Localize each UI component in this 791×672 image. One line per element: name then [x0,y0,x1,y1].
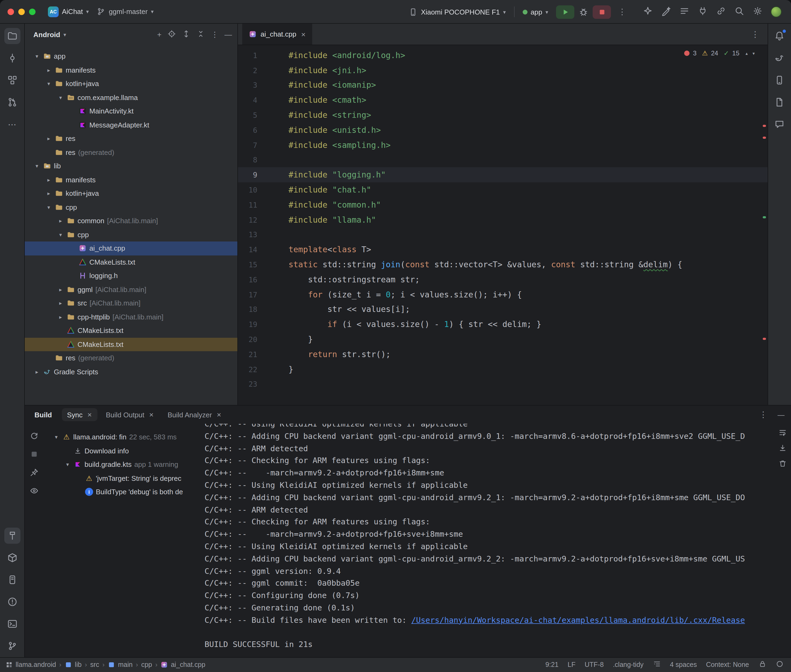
run-button[interactable] [556,5,574,19]
breadcrumb-src[interactable]: src [90,661,99,669]
view-options-button[interactable] [679,6,689,18]
device-selector[interactable]: Xiaomi POCOPHONE F1 ▾ [405,5,510,19]
structure-tool-button[interactable] [4,72,20,88]
code-line-8[interactable]: 8 [238,152,767,168]
chevron-down-icon[interactable]: ▾ [53,434,60,440]
tree-item-src[interactable]: ▸src[AiChat.lib.main] [25,296,237,310]
hide-panel-button[interactable]: — [225,30,232,39]
code-line-13[interactable]: 13 [238,227,767,242]
file-encoding-widget[interactable]: UTF-8 [584,661,604,669]
caret-position-widget[interactable]: 9:21 [545,661,558,669]
version-control-tool-button[interactable] [4,638,20,654]
next-problem-button[interactable]: ▼ [752,51,756,55]
close-tab-button[interactable]: × [87,410,92,419]
hide-build-panel-button[interactable]: — [778,411,785,419]
close-tab-button[interactable]: × [149,410,153,419]
code-line-6[interactable]: 6#include <unistd.h> [238,123,767,138]
editor-tab-ai-chat-cpp[interactable]: ai_chat.cpp × [242,24,312,45]
ai-assistant-tool-button[interactable] [771,116,788,132]
tree-item-cmakelists-txt[interactable]: CMakeLists.txt [25,324,237,338]
build-tool-button[interactable] [4,528,20,544]
gradle-tool-button[interactable] [771,50,788,66]
chevron-down-icon[interactable]: ▾ [57,94,64,101]
build-tab-build-output[interactable]: Build Output× [100,408,159,421]
tree-item-ggml[interactable]: ▸ggml[AiChat.lib.main] [25,283,237,296]
code-line-10[interactable]: 10#include "chat.h" [238,182,767,197]
ai-edit-button[interactable] [661,6,671,18]
tree-item-cpp-httplib[interactable]: ▸cpp-httplib[AiChat.lib.main] [25,310,237,324]
inspections-status-icon[interactable] [775,660,783,670]
tree-item-llama-android-fin[interactable]: ▾⚠llama.android: fin22 sec, 583 ms [43,430,205,444]
tree-item-buildtype-debug-is-both-de[interactable]: iBuildType 'debug' is both de [43,485,205,499]
build-console[interactable]: C/C++: -- Using KleidiAI optimized kerne… [205,424,770,657]
code-line-7[interactable]: 7#include <sampling.h> [238,138,767,153]
run-configuration-selector[interactable]: app ▾ [519,6,552,18]
ai-actions-button[interactable] [642,6,653,18]
tree-item-lib[interactable]: ▾lib [25,159,237,173]
sync-refresh-button[interactable] [29,431,39,442]
project-selector[interactable]: AC AiChat ▾ [44,4,93,19]
build-options-button[interactable]: ⋮ [757,410,770,419]
tree-item-cpp[interactable]: ▾cpp [25,200,237,214]
tree-item-ai-chat-cpp[interactable]: ai_chat.cpp [25,242,237,255]
breadcrumb-llama-android[interactable]: llama.android [5,661,56,669]
locate-file-button[interactable] [167,29,176,40]
tree-item-res[interactable]: res(generated) [25,351,237,365]
tree-item-kotlin-java[interactable]: ▸kotlin+java [25,187,237,200]
code-line-16[interactable]: 16 std::ostringstream str; [238,272,767,287]
schema-context-widget[interactable]: Context: None [706,661,749,669]
code-line-15[interactable]: 15static std::string join(const std::vec… [238,257,767,272]
close-tab-button[interactable]: × [301,30,305,38]
chevron-right-icon[interactable]: ▸ [57,314,64,320]
more-options-button[interactable]: ⋮ [211,30,218,39]
tree-item-logging-h[interactable]: logging.h [25,269,237,283]
tree-item-cmakelists-txt[interactable]: CMakeLists.txt [25,255,237,269]
minimize-window-button[interactable] [18,8,25,15]
breadcrumb-cpp[interactable]: cpp [141,661,152,669]
tree-item-cpp[interactable]: ▾cpp [25,228,237,242]
commit-tool-button[interactable] [4,50,20,66]
notifications-tool-button[interactable] [771,28,788,44]
debug-button[interactable] [579,7,589,17]
pull-requests-tool-button[interactable] [4,94,20,110]
tree-item-common[interactable]: ▸common[AiChat.lib.main] [25,214,237,228]
chevron-down-icon[interactable]: ▾ [45,204,52,210]
plugins-button[interactable] [697,6,708,18]
pin-tab-button[interactable] [29,468,39,478]
project-tool-button[interactable] [4,28,20,44]
more-tool-windows-tool-button[interactable]: ⋯ [4,116,20,132]
tree-item-mainactivity-kt[interactable]: MainActivity.kt [25,104,237,118]
chevron-down-icon[interactable]: ▾ [45,81,52,87]
vcs-branch-selector[interactable]: ggml-master ▾ [93,5,157,18]
scroll-to-end-button[interactable] [778,444,787,454]
tree-item-build-gradle-kts[interactable]: ▾build.gradle.ktsapp 1 warning [43,458,205,471]
previous-problem-button[interactable]: ▲ [745,51,748,55]
tree-item-manifests[interactable]: ▸manifests [25,63,237,77]
collapse-all-button[interactable] [196,29,205,40]
zoom-window-button[interactable] [29,8,35,15]
search-everywhere-button[interactable] [734,6,744,18]
close-window-button[interactable] [8,8,14,15]
console-file-link[interactable]: /Users/hanyin/Workspace/ai-chat/examples… [411,616,745,624]
code-line-5[interactable]: 5#include <string> [238,107,767,123]
code-line-11[interactable]: 11#include "common.h" [238,197,767,213]
stripe-mark[interactable] [762,125,766,127]
code-line-3[interactable]: 3#include <iomanip> [238,78,767,93]
error-stripe[interactable] [762,45,766,405]
stop-sync-button[interactable] [29,450,39,460]
chevron-right-icon[interactable]: ▸ [57,218,64,224]
add-button[interactable]: + [157,30,162,39]
chevron-down-icon[interactable]: ▾ [34,163,40,169]
code-line-23[interactable]: 23 [238,377,767,392]
code-line-12[interactable]: 12#include "llama.h" [238,213,767,227]
code-line-2[interactable]: 2#include <jni.h> [238,63,767,78]
stripe-mark[interactable] [762,216,766,218]
code-line-22[interactable]: 22} [238,362,767,377]
problems-tool-button[interactable] [4,594,20,610]
logcat-tool-button[interactable] [4,572,20,588]
tree-item-app[interactable]: ▾app [25,50,237,63]
line-separator-widget[interactable]: LF [568,661,575,669]
show-details-button[interactable] [29,486,39,497]
breadcrumb-lib[interactable]: lib [64,661,82,669]
editor-options-button[interactable]: ⋮ [748,29,762,39]
